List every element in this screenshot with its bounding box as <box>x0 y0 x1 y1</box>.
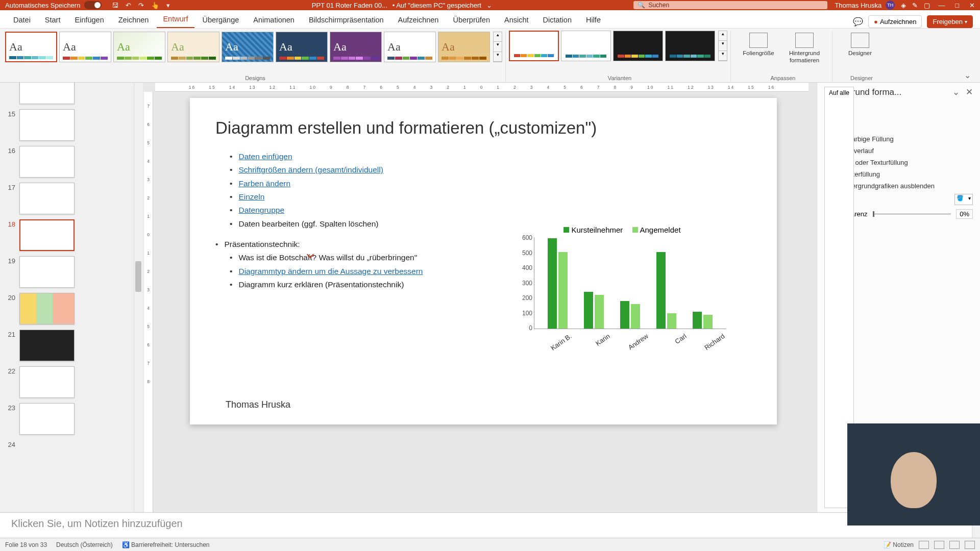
qat-more-icon[interactable]: ▾ <box>166 2 170 9</box>
window-controls: ― □ ✕ <box>938 2 975 9</box>
transparency-value[interactable]: 0% <box>956 209 973 219</box>
tab-einfuegen[interactable]: Einfügen <box>68 12 110 28</box>
diamond-icon[interactable]: ◈ <box>901 2 906 9</box>
variant-2[interactable] <box>561 31 611 61</box>
bullet-praesentation: Präsentationstechnik: <box>224 240 300 248</box>
notes-toggle[interactable]: 📝 Notizen <box>884 541 914 548</box>
designer-button[interactable]: Designer <box>840 33 880 57</box>
sorter-view-icon[interactable] <box>934 541 944 549</box>
title-dropdown-icon[interactable]: ⌄ <box>486 2 492 9</box>
theme-1[interactable]: Aa <box>5 32 57 62</box>
record-button[interactable]: Aufzeichnen <box>868 15 922 28</box>
thumb-15[interactable] <box>19 109 75 141</box>
bullet-botschaft: Was ist die Botschaft? Was willst du „rü… <box>238 253 417 262</box>
tab-entwurf[interactable]: Entwurf <box>157 11 194 28</box>
accessibility-status[interactable]: ♿ Barrierefreiheit: Untersuchen <box>122 541 210 548</box>
ribbon-design: Aa Aa Aa Aa Aa Aa Aa Aa Aa ▴▾▾ Designs ▴… <box>0 29 980 83</box>
tab-aufzeichnen[interactable]: Aufzeichnen <box>392 12 445 28</box>
autosave-label: Automatisches Speichern <box>5 2 80 9</box>
thumb-21[interactable] <box>19 330 75 361</box>
redo-icon[interactable]: ↷ <box>138 2 144 9</box>
transparency-slider[interactable] <box>873 213 951 215</box>
tab-hilfe[interactable]: Hilfe <box>580 12 607 28</box>
bullet-daten-bearbeiten: Daten bearbeiten (ggf. Spalten löschen) <box>238 219 378 228</box>
variant-1[interactable] <box>509 31 559 61</box>
save-location[interactable]: • Auf "diesem PC" gespeichert <box>393 2 481 9</box>
window-icon[interactable]: ▢ <box>924 2 930 9</box>
tab-bildschirmpraesentation[interactable]: Bildschirmpräsentation <box>303 12 390 28</box>
variant-4[interactable] <box>665 31 715 61</box>
pen-icon[interactable]: ✎ <box>912 2 918 9</box>
thumbs-scrollbar[interactable] <box>134 83 143 512</box>
theme-3[interactable]: Aa <box>113 32 165 62</box>
variants-label: Varianten <box>509 75 730 81</box>
tab-ueberpruefen[interactable]: Überprüfen <box>447 12 496 28</box>
normal-view-icon[interactable] <box>919 541 929 549</box>
share-button[interactable]: Freigeben▾ <box>927 15 973 28</box>
thumb-23[interactable] <box>19 403 75 435</box>
main-area: 15 16 17 18 19 20 21 22 23 24 1615141312… <box>0 83 980 512</box>
tab-start[interactable]: Start <box>39 12 67 28</box>
theme-8[interactable]: Aa <box>384 32 436 62</box>
slide-position[interactable]: Folie 18 von 33 <box>5 541 47 548</box>
thumb-22[interactable] <box>19 366 75 398</box>
slide-size-button[interactable]: Foliengröße <box>738 33 779 57</box>
variants-scroll[interactable]: ▴▾▾ <box>718 31 727 61</box>
user-account[interactable]: Thomas Hruska TH <box>835 1 895 10</box>
collapse-ribbon-icon[interactable]: ⌄ <box>960 68 975 82</box>
status-bar: Folie 18 von 33 Deutsch (Österreich) ♿ B… <box>0 538 980 551</box>
format-background-button[interactable]: Hintergrund formatieren <box>784 33 825 64</box>
search-box[interactable]: 🔍 Suchen <box>633 1 827 9</box>
title-bar: Automatisches Speichern 🖫 ↶ ↷ 👆 ▾ PPT 01… <box>0 0 980 10</box>
theme-6[interactable]: Aa <box>276 32 328 62</box>
slide-title[interactable]: Diagramm erstellen und formatieren („cus… <box>215 118 751 138</box>
tab-uebergaenge[interactable]: Übergänge <box>197 12 246 28</box>
chart-legend: Kursteilnehmer Angemeldet <box>511 226 726 234</box>
reading-view-icon[interactable] <box>949 541 960 549</box>
bullet-einzeln: Einzeln <box>238 192 264 201</box>
touch-mode-icon[interactable]: 👆 <box>151 2 159 9</box>
panel-dropdown-icon[interactable]: ⌄ <box>952 87 960 97</box>
color-picker[interactable] <box>954 194 973 205</box>
thumb-20[interactable] <box>19 293 75 324</box>
tab-dictation[interactable]: Dictation <box>537 12 578 28</box>
tab-ansicht[interactable]: Ansicht <box>498 12 535 28</box>
bullet-diagrammtyp: Diagrammtyp ändern um die Aussage zu ver… <box>238 267 423 276</box>
thumb-17[interactable] <box>19 183 75 214</box>
theme-9[interactable]: Aa <box>438 32 490 62</box>
thumb-num-21: 21 <box>0 330 15 338</box>
comments-icon[interactable]: 💬 <box>853 17 863 27</box>
maximize-button[interactable]: □ <box>955 2 959 9</box>
thumb-19[interactable] <box>19 256 75 288</box>
legend-swatch-1 <box>564 227 569 233</box>
minimize-button[interactable]: ― <box>938 2 945 9</box>
slideshow-view-icon[interactable] <box>965 541 975 549</box>
thumb-18[interactable] <box>19 219 75 251</box>
slide-canvas[interactable]: Diagramm erstellen und formatieren („cus… <box>190 98 777 424</box>
language-status[interactable]: Deutsch (Österreich) <box>56 541 113 548</box>
thumb-14-partial[interactable] <box>19 83 75 104</box>
close-button[interactable]: ✕ <box>969 2 975 9</box>
thumb-16[interactable] <box>19 146 75 178</box>
save-icon[interactable]: 🖫 <box>112 2 118 9</box>
notes-pane[interactable]: Klicken Sie, um Notizen hinzuzufügen <box>0 512 980 538</box>
user-avatar: TH <box>886 1 895 10</box>
autosave-toggle[interactable] <box>84 1 102 9</box>
variant-3[interactable] <box>613 31 663 61</box>
panel-close-icon[interactable]: ✕ <box>966 87 973 97</box>
variants-group: ▴▾▾ Varianten <box>509 31 731 82</box>
chart[interactable]: Kursteilnehmer Angemeldet 60050040030020… <box>511 226 726 358</box>
theme-5[interactable]: Aa <box>222 32 274 62</box>
themes-scroll[interactable]: ▴▾▾ <box>493 32 502 62</box>
file-name[interactable]: PPT 01 Roter Faden 00... <box>312 2 387 9</box>
chart-plot: 6005004003002001000 <box>534 237 726 329</box>
tab-animationen[interactable]: Animationen <box>247 12 301 28</box>
theme-7[interactable]: Aa <box>330 32 382 62</box>
theme-2[interactable]: Aa <box>59 32 111 62</box>
tab-zeichnen[interactable]: Zeichnen <box>112 12 155 28</box>
tab-datei[interactable]: Datei <box>7 12 37 28</box>
theme-4[interactable]: Aa <box>167 32 219 62</box>
undo-icon[interactable]: ↶ <box>126 2 131 9</box>
horizontal-ruler: 1615141312111098765432101234567891011121… <box>155 83 808 92</box>
thumb-num-22: 22 <box>0 366 15 375</box>
